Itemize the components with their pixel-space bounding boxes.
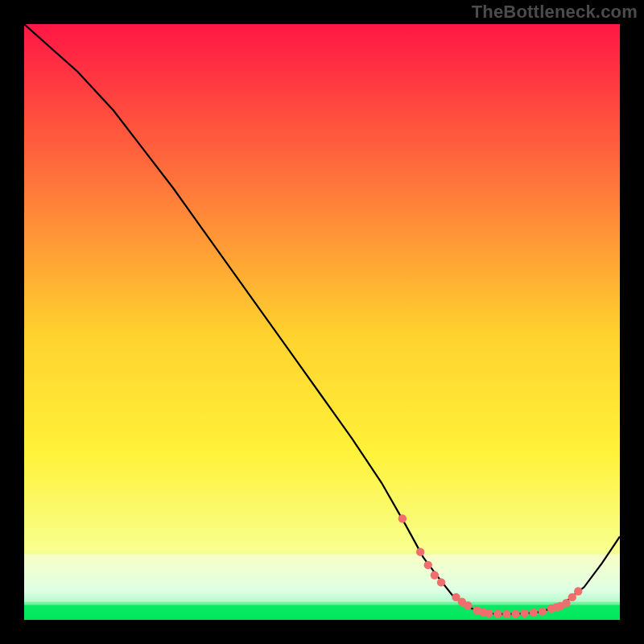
sample-dot [493,609,502,617]
sample-dot [431,571,439,579]
sample-dot [464,601,472,609]
gradient-background [24,24,620,620]
sample-dot [485,609,493,617]
sample-dot [416,547,424,555]
plot-area [24,24,620,620]
sample-dot [520,609,528,617]
sample-dot [562,599,570,607]
sample-dot [530,609,538,617]
sample-dot [568,593,576,601]
sample-dot [398,514,407,522]
sample-dot [502,609,510,617]
chart-svg [24,24,620,620]
watermark-text: TheBottleneck.com [472,2,638,23]
sample-dot [511,609,519,617]
chart-stage: TheBottleneck.com [0,0,644,644]
sample-dot [539,607,547,615]
sample-dot [574,587,582,595]
sample-dot [424,561,432,569]
pale-band [24,555,620,602]
sample-dot [437,578,445,586]
